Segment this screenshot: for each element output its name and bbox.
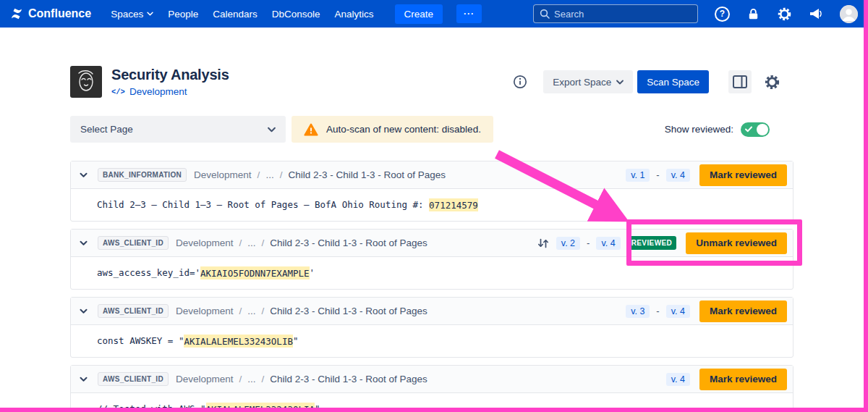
nav-item-label: Spaces [111, 9, 143, 20]
breadcrumb-ellipsis[interactable]: ... [247, 237, 255, 248]
nav-item-analytics[interactable]: Analytics [330, 5, 379, 23]
version-range-dash: - [656, 169, 659, 180]
nav-item-calendars[interactable]: Calendars [208, 5, 263, 23]
breadcrumb-space-link[interactable]: Development [176, 237, 234, 248]
info-icon[interactable] [513, 75, 527, 89]
space-header: Security Analysis </> Development Export… [70, 66, 793, 98]
finding-header: AWS_CLIENT_ID Development / ... / Child … [71, 230, 793, 257]
header-actions: Export Space Scan Space [513, 70, 783, 93]
breadcrumb-space-link[interactable]: Development [176, 306, 234, 316]
breadcrumb-ellipsis[interactable]: ... [247, 374, 255, 384]
finding-type-badge: AWS_CLIENT_ID [98, 304, 169, 318]
code-text: // Tested with AWS " [97, 403, 206, 412]
nav-item-spaces[interactable]: Spaces [106, 5, 158, 23]
finding-code-snippet: // Tested with AWS "AKIALALEMEL33243OLIA… [71, 393, 793, 412]
search-input[interactable] [554, 9, 692, 20]
expand-collapse-button[interactable] [77, 237, 90, 249]
finding-code-snippet: aws_access_key_id='AKIAIO5FODNN7EXAMPLE' [71, 257, 793, 289]
toggle-sidebar-button[interactable] [728, 70, 752, 93]
toggle-knob [757, 124, 768, 135]
breadcrumb-ellipsis[interactable]: ... [265, 169, 273, 180]
page-title: Security Analysis [111, 67, 229, 83]
breadcrumb-space-link[interactable]: Development [194, 169, 252, 180]
megaphone-icon[interactable] [809, 7, 823, 21]
finding-code-snippet: const AWSKEY = "AKIALALEMEL33243OLIB" [71, 325, 793, 357]
lock-icon[interactable] [746, 7, 760, 21]
finding-header: BANK_INFORMATION Development / ... / Chi… [71, 161, 793, 189]
space-link-row: </> Development [111, 86, 229, 97]
gear-icon[interactable] [777, 7, 792, 22]
space-settings-button[interactable] [760, 70, 783, 93]
nav-item-people[interactable]: People [163, 5, 203, 23]
version-range-dash: - [656, 306, 659, 316]
version-from-link[interactable]: v. 2 [556, 237, 580, 250]
finding-card: AWS_CLIENT_ID Development / ... / Child … [70, 365, 793, 412]
version-to-link[interactable]: v. 4 [666, 169, 690, 182]
chevron-down-icon [80, 377, 88, 382]
breadcrumb-separator: / [280, 169, 283, 180]
warning-text: Auto-scan of new content: disabled. [326, 124, 481, 135]
version-to-link[interactable]: v. 4 [666, 305, 690, 318]
nav-item-dbconsole[interactable]: DbConsole [267, 5, 326, 23]
chevron-down-icon [268, 124, 276, 135]
breadcrumb-separator: / [262, 306, 265, 316]
chevron-down-icon [80, 172, 88, 178]
mark-reviewed-button[interactable]: Mark reviewed [699, 164, 787, 186]
space-link[interactable]: Development [129, 86, 187, 97]
help-glyph: ? [720, 9, 725, 19]
findings-list: BANK_INFORMATION Development / ... / Chi… [70, 161, 793, 412]
expand-collapse-button[interactable] [77, 169, 90, 181]
breadcrumb: Development / ... / Child 2-3 - Child 1-… [176, 237, 427, 248]
annotation-frame-right [864, 0, 868, 412]
unmark-reviewed-button[interactable]: Unmark reviewed [686, 232, 787, 254]
breadcrumb-page-link[interactable]: Child 2-3 - Child 1-3 - Root of Pages [288, 169, 446, 180]
chevron-down-icon [80, 308, 88, 314]
top-navigation: Confluence Spaces People Calendars DbCon… [0, 0, 868, 28]
chevron-down-icon [80, 240, 88, 246]
finding-header: AWS_CLIENT_ID Development / ... / Child … [71, 366, 793, 393]
search-icon [540, 9, 550, 19]
more-button[interactable]: ··· [456, 4, 482, 23]
finding-header: AWS_CLIENT_ID Development / ... / Child … [71, 298, 793, 325]
breadcrumb-space-link[interactable]: Development [176, 374, 234, 384]
user-avatar[interactable] [840, 5, 858, 23]
code-text: ' [310, 267, 315, 278]
warning-icon [304, 123, 318, 136]
help-icon[interactable]: ? [715, 7, 730, 22]
gear-icon [764, 74, 780, 91]
version-from-link[interactable]: v. 1 [626, 169, 650, 182]
brand-name: Confluence [28, 7, 91, 20]
version-range-dash: - [587, 237, 590, 248]
mark-reviewed-button[interactable]: Mark reviewed [699, 300, 787, 322]
breadcrumb-separator: / [239, 237, 242, 248]
show-reviewed-toggle[interactable] [741, 122, 770, 137]
breadcrumb-page-link[interactable]: Child 2-3 - Child 1-3 - Root of Pages [270, 237, 427, 248]
show-reviewed-control: Show reviewed: [665, 122, 770, 137]
scan-space-button[interactable]: Scan Space [637, 70, 709, 93]
export-space-button[interactable]: Export Space [543, 70, 633, 93]
breadcrumb-separator: / [239, 374, 242, 384]
finding-code-snippet: Child 2–3 – Child 1–3 – Root of Pages – … [71, 189, 793, 221]
compare-versions-icon[interactable] [537, 237, 550, 250]
version-from-link[interactable]: v. 3 [626, 305, 650, 318]
select-page-label: Select Page [80, 124, 133, 135]
expand-collapse-button[interactable] [77, 374, 90, 385]
mark-reviewed-button[interactable]: Mark reviewed [699, 369, 787, 390]
create-button[interactable]: Create [395, 4, 443, 24]
code-text: Child 2–3 – Child 1–3 – Root of Pages – … [97, 199, 429, 210]
breadcrumb-ellipsis[interactable]: ... [247, 306, 255, 316]
expand-collapse-button[interactable] [77, 306, 90, 317]
finding-actions: v. 4 Mark reviewed [666, 369, 787, 390]
finding-actions: v. 3 - v. 4 Mark reviewed [626, 300, 787, 322]
confluence-home-link[interactable]: Confluence [10, 7, 91, 20]
breadcrumb: Development / ... / Child 2-3 - Child 1-… [176, 306, 427, 316]
breadcrumb: Development / ... / Child 2-3 - Child 1-… [176, 374, 427, 384]
breadcrumb-page-link[interactable]: Child 2-3 - Child 1-3 - Root of Pages [270, 374, 427, 384]
search-box[interactable] [533, 4, 698, 23]
chevron-down-icon [147, 12, 153, 16]
breadcrumb-separator: / [262, 237, 265, 248]
breadcrumb-page-link[interactable]: Child 2-3 - Child 1-3 - Root of Pages [270, 306, 427, 316]
version-to-link[interactable]: v. 4 [666, 373, 690, 386]
select-page-dropdown[interactable]: Select Page [70, 116, 286, 143]
version-to-link[interactable]: v. 4 [596, 237, 620, 250]
